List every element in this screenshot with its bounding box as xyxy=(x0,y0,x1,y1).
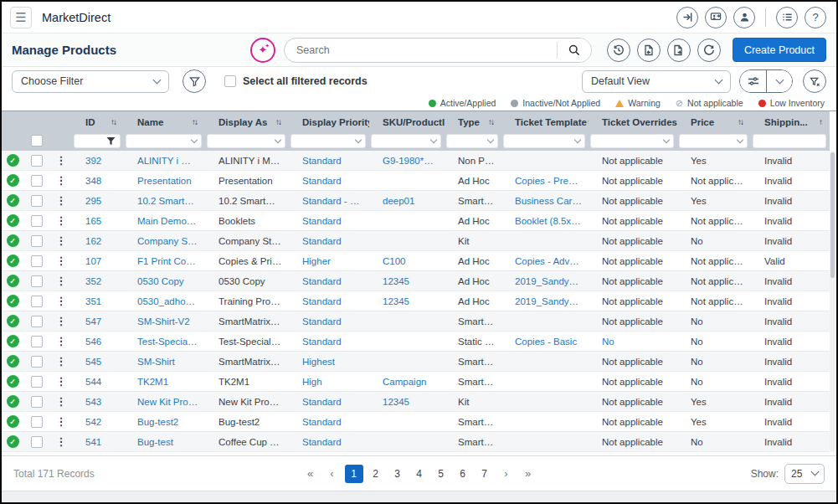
row-actions-kebab-icon[interactable]: ⋮ xyxy=(50,276,72,286)
page-button-3[interactable]: 3 xyxy=(388,465,407,483)
sort-icon[interactable]: ↑↓ xyxy=(111,117,117,126)
ticket-overrides-filter-select[interactable] xyxy=(590,134,674,148)
next-page-button[interactable]: › xyxy=(497,465,516,483)
cell-display-priority[interactable]: Standard xyxy=(289,417,369,427)
clear-filter-icon[interactable] xyxy=(803,69,826,93)
sign-in-icon[interactable] xyxy=(676,7,698,28)
row-actions-kebab-icon[interactable]: ⋮ xyxy=(50,417,72,427)
price-filter-select[interactable] xyxy=(679,134,748,148)
cell-name[interactable]: SM-Shirt-V2 xyxy=(124,316,205,327)
cell-ticket-template[interactable]: 2019_SandyAlexand... xyxy=(501,276,589,286)
row-checkbox[interactable] xyxy=(31,376,43,388)
page-size-select[interactable]: 25 xyxy=(784,464,825,484)
cell-ticket-template[interactable]: Booklet (8.5x11) xyxy=(501,216,589,226)
cell-id[interactable]: 165 xyxy=(72,216,124,226)
cell-display-priority[interactable]: Standard xyxy=(289,176,369,186)
row-checkbox[interactable] xyxy=(31,396,43,408)
cell-name[interactable]: Bug-test2 xyxy=(124,417,205,427)
cell-id[interactable]: 546 xyxy=(72,337,124,347)
page-button-4[interactable]: 4 xyxy=(410,465,429,483)
cell-sku[interactable]: 12345 xyxy=(369,276,445,286)
row-checkbox[interactable] xyxy=(31,155,43,167)
user-profile-icon[interactable] xyxy=(733,7,755,28)
row-checkbox[interactable] xyxy=(31,175,43,187)
row-actions-kebab-icon[interactable]: ⋮ xyxy=(50,337,72,347)
page-button-7[interactable]: 7 xyxy=(476,465,494,483)
cell-id[interactable]: 543 xyxy=(72,397,124,407)
scrollbar-thumb[interactable] xyxy=(830,152,835,278)
search-icon[interactable] xyxy=(558,39,591,62)
cell-id[interactable]: 547 xyxy=(72,316,124,327)
help-icon[interactable]: ? xyxy=(805,7,826,28)
name-filter-select[interactable] xyxy=(126,134,202,148)
export-file-icon[interactable] xyxy=(667,39,691,62)
search-input[interactable] xyxy=(285,44,557,56)
cell-name[interactable]: Presentation xyxy=(124,176,205,186)
row-actions-kebab-icon[interactable]: ⋮ xyxy=(50,196,72,206)
cell-sku[interactable]: 12345 xyxy=(369,397,445,407)
cell-id[interactable]: 544 xyxy=(72,377,124,387)
choose-filter-select[interactable]: Choose Filter xyxy=(12,70,169,93)
cell-name[interactable]: 10.2 SmartCanvas v... xyxy=(124,196,205,206)
row-checkbox[interactable] xyxy=(31,255,43,267)
row-checkbox[interactable] xyxy=(31,336,43,347)
row-checkbox[interactable] xyxy=(31,356,43,368)
row-actions-kebab-icon[interactable]: ⋮ xyxy=(50,316,72,327)
cell-name[interactable]: F1 Print Copies & P... xyxy=(124,256,205,266)
col-header-ticket-overrides[interactable]: Ticket Overrides↑↓ xyxy=(589,117,677,127)
history-icon[interactable] xyxy=(607,39,630,62)
row-actions-kebab-icon[interactable]: ⋮ xyxy=(50,256,72,266)
col-header-type[interactable]: Type↑↓ xyxy=(445,117,501,127)
view-select[interactable]: Default View xyxy=(582,70,731,93)
ticket-template-filter-select[interactable] xyxy=(503,134,585,148)
last-page-button[interactable]: » xyxy=(519,465,537,483)
cell-ticket-overrides[interactable]: No xyxy=(589,337,677,347)
cell-id[interactable]: 348 xyxy=(72,176,124,186)
prev-page-button[interactable]: ‹ xyxy=(323,465,342,483)
row-actions-kebab-icon[interactable]: ⋮ xyxy=(50,377,72,387)
cell-name[interactable]: 0530_adhoc_training xyxy=(124,296,205,306)
refresh-icon[interactable] xyxy=(697,39,721,62)
sort-icon[interactable]: ↑↓ xyxy=(192,117,198,126)
col-header-shipping[interactable]: Shippin...↑ xyxy=(751,117,830,127)
display-as-filter-select[interactable] xyxy=(207,134,285,148)
sort-icon[interactable]: ↑↓ xyxy=(488,117,495,126)
first-page-button[interactable]: « xyxy=(301,465,320,483)
cell-name[interactable]: Bug-test xyxy=(124,437,205,447)
select-page-checkbox[interactable] xyxy=(31,135,43,147)
cell-id[interactable]: 542 xyxy=(72,417,124,427)
col-header-display-priority[interactable]: Display Priority↑↓ xyxy=(289,117,369,127)
display-priority-filter-select[interactable] xyxy=(290,134,366,148)
cell-sku[interactable]: C100 xyxy=(369,256,445,266)
cell-display-priority[interactable]: Standard xyxy=(289,156,369,166)
row-checkbox[interactable] xyxy=(31,235,43,247)
row-actions-kebab-icon[interactable]: ⋮ xyxy=(50,236,72,246)
cell-sku[interactable]: G9-1980*R01 xyxy=(369,156,445,166)
page-button-1[interactable]: 1 xyxy=(345,465,363,483)
row-checkbox[interactable] xyxy=(31,195,43,207)
cell-display-priority[interactable]: Standard xyxy=(289,296,369,306)
sku-filter-select[interactable] xyxy=(371,134,441,148)
import-file-icon[interactable] xyxy=(637,39,661,62)
cell-display-priority[interactable]: Standard xyxy=(289,216,369,226)
row-actions-kebab-icon[interactable]: ⋮ xyxy=(50,357,72,367)
row-actions-kebab-icon[interactable]: ⋮ xyxy=(50,216,72,226)
col-header-id[interactable]: ID↑↓ xyxy=(72,117,124,127)
cell-display-priority[interactable]: Highest xyxy=(289,357,369,367)
row-actions-kebab-icon[interactable]: ⋮ xyxy=(50,296,72,306)
row-checkbox[interactable] xyxy=(31,416,43,428)
create-product-button[interactable]: Create Product xyxy=(733,38,826,62)
cell-id[interactable]: 351 xyxy=(72,296,124,306)
page-button-6[interactable]: 6 xyxy=(454,465,472,483)
cell-display-priority[interactable]: Standard xyxy=(289,437,369,447)
cell-ticket-template[interactable]: 2019_SandyAlexand... xyxy=(501,296,589,306)
cell-ticket-template[interactable]: Copies - Premium xyxy=(501,176,589,186)
col-header-name[interactable]: Name↑↓ xyxy=(124,117,205,127)
cell-display-priority[interactable]: Standard xyxy=(289,276,369,286)
select-all-checkbox[interactable] xyxy=(224,75,236,87)
sort-icon[interactable]: ↑ xyxy=(819,117,823,126)
cell-display-priority[interactable]: High xyxy=(289,377,369,387)
cell-id[interactable]: 352 xyxy=(72,276,124,286)
row-checkbox[interactable] xyxy=(31,316,43,327)
page-button-5[interactable]: 5 xyxy=(432,465,450,483)
